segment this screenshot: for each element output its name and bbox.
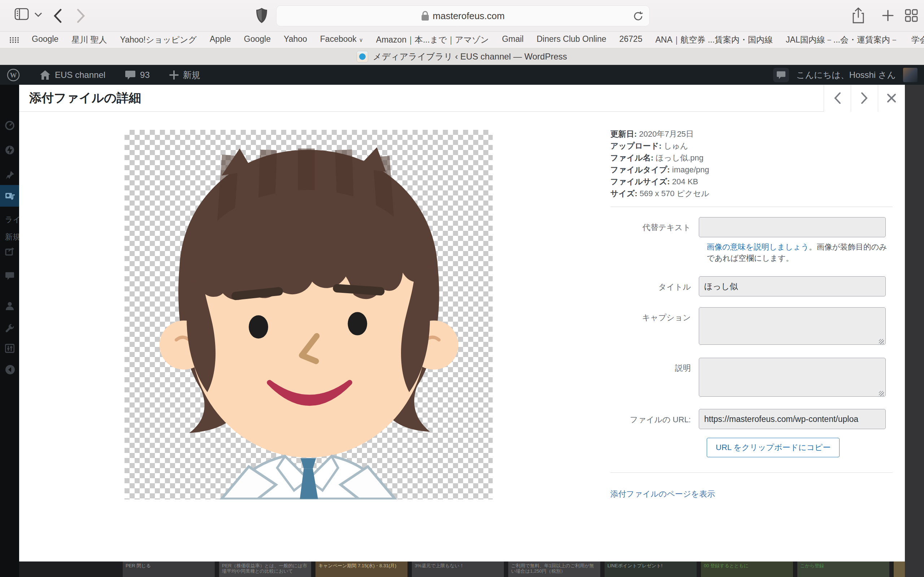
url-bar[interactable]: masterofeus.com [276,5,650,26]
back-button[interactable] [53,9,62,23]
attachment-preview-area [19,112,600,561]
bookmarks-grid-icon[interactable] [10,37,19,43]
media-tile: こから登録 [797,561,889,577]
notification-comment-icon[interactable] [773,68,789,82]
new-tab-icon[interactable] [882,10,894,22]
overlay-right [905,85,924,577]
attachment-details-panel: 更新日: 2020年7月25日アップロード: しゅんファイル名: ほっし似.pn… [600,112,905,561]
bookmark-item[interactable]: ANA｜航空券 ...賃案内・国内線 [656,34,773,45]
modal-header: 添付ファイルの詳細 [19,85,905,112]
file-url-label: ファイルの URL: [611,409,699,429]
new-label: 新規 [183,69,200,81]
alt-help-text: 画像の意味を説明しましょう。画像が装飾目的のみであれば空欄にします。 [707,242,894,264]
sidebar-submenu-new[interactable]: 新規 [5,232,20,242]
alt-text-label: 代替テキスト [611,217,699,237]
media-tile: PER（株価収益率）とは、一般的には市場平均や同業種との比較において [219,561,311,577]
chevron-down-icon: ∨ [359,37,363,43]
modal-title: 添付ファイルの詳細 [19,90,141,106]
title-input[interactable] [699,276,886,297]
tab-bar: メディアライブラリ ‹ EUS channel — WordPress [0,48,924,65]
chevron-down-icon[interactable] [34,12,42,17]
bookmarks-bar: Google星川 聖人Yahoo!ショッピングAppleGoogleYahooF… [0,32,924,48]
bookmark-item[interactable]: Google [244,34,271,45]
sidebar-toggle-icon[interactable] [15,8,29,20]
shield-icon[interactable] [255,7,268,24]
comments-menu[interactable]: 93 [125,70,150,80]
bookmark-item[interactable]: 学会ポスター作...ビッグネット [911,34,924,45]
tab-favicon [357,51,368,62]
alt-help-link[interactable]: 画像の意味を説明しましょう [707,243,809,251]
media-grid-strip: PER 閉じるPER（株価収益率）とは、一般的には市場平均や同業種との比較におい… [19,561,924,577]
media-tile: LINEポイントプレゼント! [604,561,696,577]
file-url-input[interactable] [699,409,886,429]
new-content-menu[interactable]: 新規 [169,69,200,81]
avatar[interactable] [903,68,918,82]
caption-textarea[interactable] [699,307,886,345]
detail-row: サイズ: 569 x 570 ピクセル [611,187,894,200]
attachment-image [124,130,493,500]
media-tile: PER 閉じる [123,561,215,577]
bookmarks-list: Google星川 聖人Yahoo!ショッピングAppleGoogleYahooF… [32,34,924,45]
detail-row: 更新日: 2020年7月25日 [611,128,894,140]
sidebar-collapse-icon[interactable] [0,364,19,375]
tab-title[interactable]: メディアライブラリ ‹ EUS channel — WordPress [373,51,567,62]
sidebar-item-tools[interactable] [0,324,19,333]
bookmark-item[interactable]: Google [32,34,58,45]
previous-attachment-button[interactable] [824,85,851,112]
detail-row: ファイルタイプ: image/png [611,164,894,176]
media-tile: 3%還元で上限もない！ [412,561,504,577]
share-icon[interactable] [852,7,865,24]
greeting-text[interactable]: こんにちは、Hosshi さん [796,69,896,81]
description-label: 説明 [611,358,699,399]
forward-button[interactable] [76,9,85,23]
copy-url-button[interactable]: URL をクリップボードにコピー [707,438,840,457]
title-label: タイトル [611,276,699,297]
view-attachment-page-link[interactable]: 添付ファイルのページを表示 [611,488,715,500]
sidebar-item-users[interactable] [0,301,19,311]
caption-label: キャプション [611,307,699,347]
wordpress-logo-icon[interactable]: W [6,68,20,82]
bookmark-item[interactable]: Gmail [502,34,524,45]
media-tile: キャンペーン期間 7.15(水)・8.31(月) [315,561,407,577]
bookmark-item[interactable]: Yahoo!ショッピング [120,34,197,45]
detail-row: ファイルサイズ: 204 KB [611,176,894,187]
bookmark-item[interactable]: Yahoo [284,34,307,45]
sidebar-item-posts-pin[interactable] [0,171,19,180]
close-icon[interactable] [878,85,905,112]
content-region: ライ 新規 PER 閉じるPER（株価収益率）とは、一般的には市場平均や同業種 [0,85,924,577]
screen: masterofeus.com [0,0,924,577]
divider [611,206,893,207]
divider [611,472,893,473]
sidebar-item-jetpack[interactable] [0,145,19,155]
tab-overview-icon[interactable] [905,9,918,23]
next-attachment-button[interactable] [851,85,878,112]
lock-icon [421,11,429,21]
detail-row: ファイル名: ほっし似.png [611,152,894,164]
attachment-details-modal: 添付ファイルの詳細 [19,85,905,561]
sidebar-item-settings[interactable] [0,344,19,353]
sidebar-item-dashboard[interactable] [0,121,19,130]
sidebar-submenu-library[interactable]: ライ [5,214,21,225]
bookmark-item[interactable]: JAL国内線－...会・運賃案内－ [786,34,898,45]
bookmark-item[interactable]: Amazon｜本...まで｜アマゾン [376,34,489,45]
cartoon-face-illustration [124,130,493,500]
comment-count: 93 [140,70,150,80]
sidebar-item-media[interactable] [0,185,19,206]
media-tile: 00 登録するとともに [701,561,793,577]
wp-admin-bar: W EUS channel 93 新規 こんにちは、Hosshi さん [0,65,924,85]
alt-text-input[interactable] [699,217,886,237]
bookmark-item[interactable]: Diners Club Online [537,34,606,45]
bookmark-item[interactable]: 26725 [619,34,643,45]
sidebar-item-share[interactable] [0,247,19,256]
description-textarea[interactable] [699,358,886,397]
media-tile: ご利用で無料、年1回以上のご利用が無い場合は1,250円（税別） [508,561,600,577]
svg-text:W: W [10,71,17,79]
sidebar-item-comments[interactable] [0,272,19,280]
reload-icon[interactable] [633,11,643,22]
bookmark-item[interactable]: 星川 聖人 [71,34,107,45]
bookmark-item[interactable]: Facebook∨ [320,34,363,45]
attachment-metadata: 更新日: 2020年7月25日アップロード: しゅんファイル名: ほっし似.pn… [611,128,894,200]
bookmark-item[interactable]: Apple [210,34,231,45]
site-name-menu[interactable]: EUS channel [40,70,105,80]
detail-row: アップロード: しゅん [611,140,894,152]
